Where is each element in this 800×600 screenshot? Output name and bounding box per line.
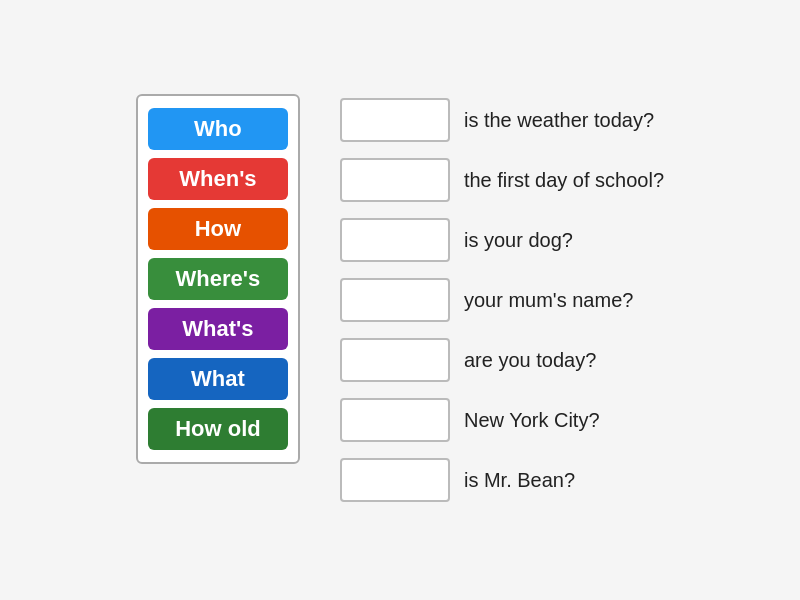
match-text-3: is your dog? (464, 229, 573, 252)
match-box-7[interactable] (340, 458, 450, 502)
matching-rows: is the weather today?the first day of sc… (340, 94, 664, 506)
match-row-3: is your dog? (340, 214, 664, 266)
match-row-1: is the weather today? (340, 94, 664, 146)
word-btn-whats[interactable]: What's (148, 308, 288, 350)
word-btn-wheres[interactable]: Where's (148, 258, 288, 300)
match-box-6[interactable] (340, 398, 450, 442)
match-text-1: is the weather today? (464, 109, 654, 132)
match-row-6: New York City? (340, 394, 664, 446)
word-btn-how[interactable]: How (148, 208, 288, 250)
match-row-2: the first day of school? (340, 154, 664, 206)
match-box-4[interactable] (340, 278, 450, 322)
word-bank: WhoWhen'sHowWhere'sWhat'sWhatHow old (136, 94, 300, 464)
match-box-2[interactable] (340, 158, 450, 202)
match-text-4: your mum's name? (464, 289, 633, 312)
word-btn-whens[interactable]: When's (148, 158, 288, 200)
match-row-4: your mum's name? (340, 274, 664, 326)
match-box-5[interactable] (340, 338, 450, 382)
match-text-6: New York City? (464, 409, 600, 432)
word-btn-how-old[interactable]: How old (148, 408, 288, 450)
main-container: WhoWhen'sHowWhere'sWhat'sWhatHow old is … (116, 74, 684, 526)
match-row-7: is Mr. Bean? (340, 454, 664, 506)
word-btn-who[interactable]: Who (148, 108, 288, 150)
match-row-5: are you today? (340, 334, 664, 386)
match-text-2: the first day of school? (464, 169, 664, 192)
match-text-7: is Mr. Bean? (464, 469, 575, 492)
match-text-5: are you today? (464, 349, 596, 372)
match-box-1[interactable] (340, 98, 450, 142)
word-btn-what[interactable]: What (148, 358, 288, 400)
match-box-3[interactable] (340, 218, 450, 262)
